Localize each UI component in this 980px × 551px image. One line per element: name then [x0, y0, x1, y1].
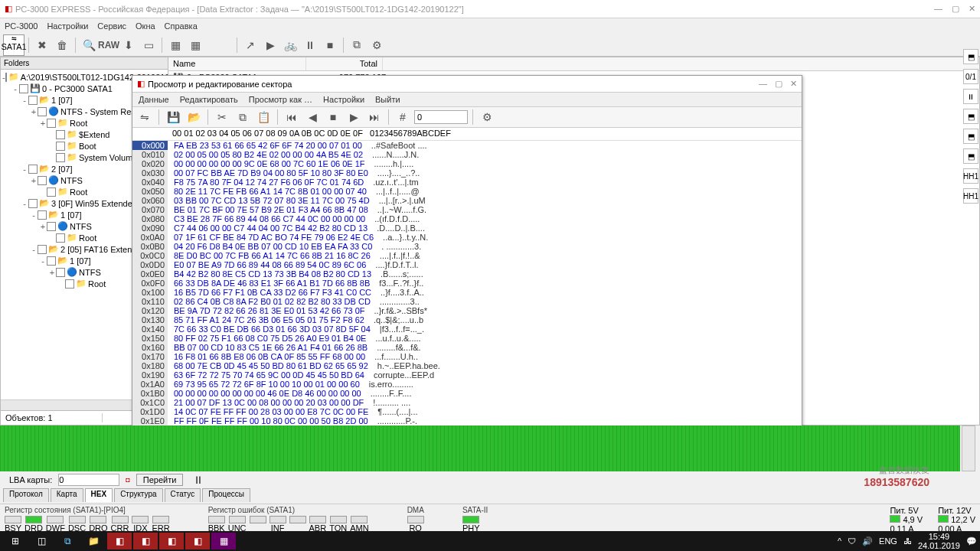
- open-icon[interactable]: 📂: [185, 108, 203, 126]
- maximize-button[interactable]: ▢: [952, 4, 959, 14]
- hex-row[interactable]: 0x120BE 9A 7D 72 82 66 26 81 3E E0 01 53…: [132, 306, 802, 315]
- checkbox[interactable]: [38, 107, 47, 116]
- rail-button[interactable]: ⬒: [963, 129, 978, 144]
- close-button[interactable]: ✕: [969, 4, 975, 14]
- tab-протокол[interactable]: Протокол: [3, 488, 49, 502]
- checkbox[interactable]: [56, 142, 65, 151]
- hex-row[interactable]: 0x18068 00 7E CB 0D 45 45 50 BD 80 61 BD…: [132, 361, 802, 370]
- menu-pc3000[interactable]: PC-3000: [5, 21, 38, 31]
- hex-ascii[interactable]: ...f.......U.h..: [371, 352, 421, 361]
- hex-row[interactable]: 0x160BB 07 00 CD 10 83 C5 1E 66 26 A1 F4…: [132, 343, 802, 352]
- tab-структура[interactable]: Структура: [114, 488, 162, 502]
- play-icon[interactable]: ▶: [261, 36, 279, 54]
- hex-ascii[interactable]: ...u.f..u.&.....: [372, 334, 423, 343]
- hex-title-bar[interactable]: ◧ Просмотр и редактирование сектора — ▢ …: [132, 76, 802, 93]
- hex-menu-exit[interactable]: Выйти: [375, 95, 400, 104]
- tool-icon[interactable]: 🗑: [53, 36, 71, 54]
- hex-body[interactable]: 0x000FA EB 23 53 61 66 65 42 6F 6F 74 20…: [132, 141, 802, 431]
- hex-ascii[interactable]: ....}f.D.f.T..l.: [372, 260, 421, 269]
- binoculars-icon[interactable]: 🔍: [80, 36, 98, 54]
- hex-row[interactable]: 0x05080 2E 11 7C FE FB 66 A1 14 7C 8B 01…: [132, 187, 802, 196]
- tab-статус[interactable]: Статус: [165, 488, 201, 502]
- bike-icon[interactable]: 🚲: [281, 36, 299, 54]
- hex-ascii[interactable]: ..#SafeBoot ....: [368, 141, 430, 150]
- hex-ascii[interactable]: ..}f....3.f..A..: [377, 288, 427, 297]
- tray-lang[interactable]: ENG: [879, 536, 897, 546]
- hex-ascii[interactable]: !.......... ....: [370, 398, 413, 407]
- checkbox[interactable]: [47, 222, 56, 231]
- hex-row[interactable]: 0x0A007 1F 61 CF BE 84 7D AC BO 74 FE 79…: [132, 233, 802, 242]
- tray-time[interactable]: 15:49: [918, 532, 960, 541]
- hex-row[interactable]: 0x17016 F8 01 66 8B E8 06 0B CA 0F 85 55…: [132, 352, 802, 361]
- hex-row[interactable]: 0x0B004 20 F6 D8 B4 0E BB 07 00 CD 10 EB…: [132, 242, 802, 251]
- hex-bytes[interactable]: 03 BB 00 7C CD 13 5B 72 07 80 3E 11 7C 0…: [168, 196, 376, 205]
- first-icon[interactable]: ⏮: [283, 108, 301, 126]
- copy-icon[interactable]: ⧉: [348, 36, 366, 54]
- checkbox[interactable]: [56, 233, 65, 243]
- hex-bytes[interactable]: 7C 66 33 C0 BE DB 66 D3 01 66 3D 03 07 8…: [168, 324, 377, 334]
- hex-bytes[interactable]: E0 07 BE A9 7D 66 89 44 08 66 89 54 0C 8…: [168, 260, 372, 269]
- paste-icon[interactable]: 📋: [254, 108, 273, 126]
- col-name[interactable]: Name: [168, 57, 306, 70]
- hex-bytes[interactable]: 21 00 07 DF 13 0C 00 08 00 00 00 20 03 0…: [168, 398, 370, 407]
- link-icon[interactable]: ⇋: [136, 108, 154, 126]
- next-icon[interactable]: ▶: [345, 108, 363, 126]
- hex-row[interactable]: 0x10016 B5 7D 66 F7 F1 0B CA 33 D2 66 F7…: [132, 288, 802, 297]
- expand-icon[interactable]: -: [21, 199, 28, 208]
- expand-icon[interactable]: -: [39, 256, 47, 266]
- checkbox[interactable]: [38, 245, 47, 254]
- rail-button[interactable]: HH1: [963, 168, 978, 184]
- task-app[interactable]: ◧: [133, 533, 158, 549]
- hex-ascii[interactable]: ........f&...f&.: [374, 343, 423, 352]
- stop-icon[interactable]: ■: [321, 36, 339, 54]
- hex-bytes[interactable]: 16 F8 01 66 8B E8 06 0B CA 0F 85 55 FF 6…: [168, 352, 371, 361]
- hex-row[interactable]: 0x06003 BB 00 7C CD 13 5B 72 07 80 3E 11…: [132, 196, 802, 205]
- hex-row[interactable]: 0x000FA EB 23 53 61 66 65 42 6F 6F 74 20…: [132, 141, 802, 150]
- hex-ascii[interactable]: ¶......(....|...: [374, 407, 420, 416]
- rail-button[interactable]: 0/1: [963, 69, 978, 84]
- hex-ascii[interactable]: . ............3.: [378, 242, 424, 251]
- hex-ascii[interactable]: .q..$|&;....u..b: [371, 315, 426, 324]
- prev-icon[interactable]: ◀: [303, 108, 322, 126]
- menu-windows[interactable]: Окна: [136, 21, 155, 31]
- folder-icon[interactable]: 📁: [81, 533, 106, 549]
- col-total[interactable]: Total: [306, 57, 383, 70]
- checkbox[interactable]: [56, 268, 65, 277]
- menu-help[interactable]: Справка: [165, 21, 198, 31]
- rail-button[interactable]: ⏸: [963, 89, 978, 104]
- download-icon[interactable]: ⬇: [119, 36, 138, 54]
- tray-icon[interactable]: ^: [838, 536, 841, 546]
- lba-input[interactable]: [58, 474, 119, 486]
- hex-bytes[interactable]: 63 6F 72 72 75 70 74 65 9C 00 0D 45 45 5…: [168, 370, 371, 380]
- hex-bytes[interactable]: 8E D0 BC 00 7C FB 66 A1 14 7C 66 8B 21 1…: [168, 251, 377, 260]
- hex-row[interactable]: 0x080C3 BE 28 7F 66 89 44 08 66 C7 44 0C…: [132, 214, 802, 223]
- hex-bytes[interactable]: BB 07 00 CD 10 83 C5 1E 66 26 A1 F4 01 6…: [168, 343, 374, 352]
- checkbox[interactable]: [65, 279, 74, 289]
- checkbox[interactable]: [28, 199, 38, 208]
- checkbox[interactable]: [28, 165, 38, 174]
- hex-ascii[interactable]: ........h.|.....: [371, 159, 417, 168]
- save-icon[interactable]: 💾: [164, 108, 182, 126]
- hex-bytes[interactable]: BE 9A 7D 72 82 66 26 81 3E E0 01 53 42 6…: [168, 306, 371, 315]
- hex-bytes[interactable]: 66 33 DB 8A DE 46 83 E1 3F 66 A1 B1 7D 6…: [168, 279, 376, 288]
- hex-offset-input[interactable]: [414, 110, 468, 124]
- hex-row[interactable]: 0x19063 6F 72 72 75 70 74 65 9C 00 0D 45…: [132, 370, 802, 380]
- hex-row[interactable]: 0x11002 86 C4 0B C8 8A F2 B0 01 02 82 B2…: [132, 297, 802, 306]
- goto-button[interactable]: Перейти: [136, 474, 184, 486]
- expand-icon[interactable]: +: [30, 176, 38, 185]
- hex-ascii[interactable]: corrupte...EEP.d: [371, 370, 437, 380]
- hex-bytes[interactable]: F8 75 7A 80 7F 04 12 74 27 F6 06 0F 7C 0…: [168, 178, 370, 187]
- hex-ascii[interactable]: ...|..[r..>.|.uM: [376, 196, 429, 205]
- sliders-icon[interactable]: ⚙: [368, 36, 386, 54]
- hex-row[interactable]: 0x02000 00 00 00 00 00 9C 0E 68 00 7C 60…: [132, 159, 802, 168]
- checkbox[interactable]: [38, 176, 47, 185]
- hex-bytes[interactable]: FF FF 0F FE FF FF 00 10 80 0C 00 00 50 B…: [168, 416, 374, 425]
- hex-ascii[interactable]: ..(ıf.D.f.D.....: [371, 214, 423, 223]
- hex-ascii[interactable]: |f3...f..f=..._.: [377, 324, 427, 334]
- checkbox[interactable]: [47, 256, 56, 266]
- hex-row[interactable]: 0x040F8 75 7A 80 7F 04 12 74 27 F6 06 0F…: [132, 178, 802, 187]
- hex-bytes[interactable]: B4 42 B2 80 8E C5 CD 13 73 3B B4 08 B2 8…: [168, 269, 377, 279]
- hex-row[interactable]: 0x0F066 33 DB 8A DE 46 83 E1 3F 66 A1 B1…: [132, 279, 802, 288]
- hex-bytes[interactable]: C7 44 06 00 00 C7 44 04 00 7C B4 42 B2 8…: [168, 223, 374, 233]
- hex-ascii[interactable]: ..}r.f&.>..SBfs*: [371, 306, 430, 315]
